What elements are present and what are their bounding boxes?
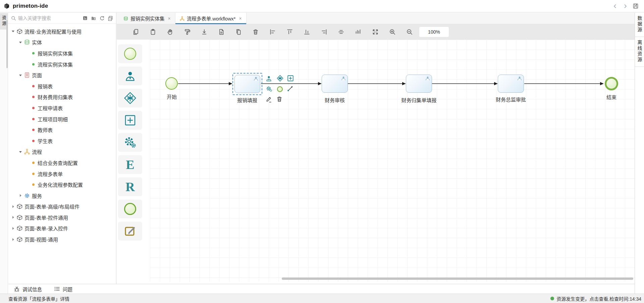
resource-explorer-panel: 流程-业务流程配置与使用 实体 报销实例实体集 流程实例实体集: [8, 13, 116, 284]
node-task[interactable]: [322, 75, 348, 93]
tree-item-module[interactable]: 流程-业务流程配置与使用: [8, 26, 116, 37]
paste-button[interactable]: [150, 29, 156, 35]
status-ok-dot-icon: [550, 297, 554, 300]
chevron-down-icon[interactable]: [19, 150, 22, 154]
pad-service-task-icon[interactable]: [266, 86, 272, 92]
tree-item-leaf[interactable]: 结合业务查询配置: [8, 157, 116, 168]
tree-item-entity-group[interactable]: 实体: [8, 37, 116, 48]
pad-connect-icon[interactable]: [287, 85, 294, 92]
align-right-button[interactable]: [321, 29, 327, 35]
nav-back-icon[interactable]: [612, 3, 618, 9]
align-bottom-button[interactable]: [304, 29, 310, 35]
align-left-button[interactable]: [269, 29, 276, 35]
tree-item-leaf[interactable]: 工程项目明细: [8, 114, 116, 125]
tree-item-service-group[interactable]: 服务: [8, 190, 116, 201]
explorer-search-row: [8, 13, 116, 24]
copy-button[interactable]: [132, 29, 139, 35]
node-task[interactable]: [406, 75, 432, 93]
align-top-button[interactable]: [286, 29, 293, 35]
selection-outline: [232, 73, 262, 95]
delete-button[interactable]: [252, 29, 259, 35]
tree-item-leaf[interactable]: 流程实例实体集: [8, 59, 116, 70]
tree-item-leaf[interactable]: 财务费用归集表: [8, 92, 116, 103]
workflow-canvas[interactable]: E R: [117, 40, 635, 284]
node-label: 开始: [160, 93, 183, 100]
chevron-right-icon[interactable]: [11, 205, 15, 208]
tree-item-module[interactable]: 页面-表单-高级/布局组件: [8, 201, 116, 212]
close-icon[interactable]: ×: [239, 16, 242, 21]
user-task-person-icon: [517, 76, 522, 81]
pad-subprocess-icon[interactable]: [287, 75, 294, 82]
close-icon[interactable]: ×: [168, 16, 171, 21]
tree-item-module[interactable]: 页面-视图-通用: [8, 234, 116, 245]
tree-item-leaf[interactable]: 业务化流程参数配置: [8, 179, 116, 190]
save-icon[interactable]: [633, 3, 639, 9]
pad-end-event-icon[interactable]: [276, 86, 283, 92]
copy-document-button[interactable]: [235, 29, 242, 35]
tab-debug-info[interactable]: 调试信息: [14, 286, 42, 293]
rail-tab-datasource[interactable]: 数据源: [635, 13, 644, 37]
app-title: primeton-ide: [13, 3, 48, 9]
tree-item-label: 服务: [32, 192, 42, 199]
format-paint-button[interactable]: [184, 29, 191, 35]
node-task[interactable]: [498, 75, 524, 93]
chevron-right-icon[interactable]: [11, 238, 15, 241]
tree-item-leaf[interactable]: 流程多表单: [8, 168, 116, 179]
tree-item-label: 学生表: [38, 137, 53, 144]
import-button[interactable]: [201, 29, 208, 35]
status-resource-changed[interactable]: 资源发生变更，点击查看,检查时间:14:34: [550, 295, 641, 302]
resource-tree: 流程-业务流程配置与使用 实体 报销实例实体集 流程实例实体集: [8, 24, 116, 245]
tree-item-leaf[interactable]: 教师表: [8, 124, 116, 135]
chevron-down-icon[interactable]: [19, 74, 22, 77]
document-button[interactable]: [218, 29, 225, 35]
module-cube-icon: [17, 236, 22, 242]
tree-item-label: 页面: [32, 72, 42, 79]
tree-item-page-group[interactable]: 页面: [8, 70, 116, 81]
explorer-scrollbar[interactable]: [6, 20, 8, 68]
zoom-out-button[interactable]: [406, 29, 413, 35]
node-start-event[interactable]: [165, 77, 178, 90]
tab-workflow[interactable]: 流程多表单.workflowx* ×: [175, 13, 247, 24]
tree-item-label: 流程: [32, 148, 42, 155]
tree-item-label: 报销表: [38, 83, 53, 90]
tree-item-module[interactable]: 页面-表单-控件通用: [8, 212, 116, 223]
pan-hand-button[interactable]: [167, 29, 173, 35]
pad-delete-icon[interactable]: [276, 96, 283, 102]
status-left-text: 查看资源「流程多表单」详情: [8, 295, 69, 302]
new-folder-icon[interactable]: [91, 15, 96, 21]
tab-problems[interactable]: 问题: [54, 286, 72, 293]
green-dot-icon: [32, 52, 35, 54]
chevron-right-icon[interactable]: [19, 194, 22, 197]
tree-item-leaf[interactable]: 工程申请表: [8, 102, 116, 114]
tree-item-leaf[interactable]: 报销实例实体集: [8, 48, 116, 59]
zoom-level-input[interactable]: 100%: [419, 27, 449, 37]
align-center-button[interactable]: [338, 29, 344, 35]
import-script-icon[interactable]: [83, 15, 88, 21]
green-dot-icon: [32, 63, 35, 66]
rail-tab-offline-resources[interactable]: 离线资源: [635, 37, 644, 67]
refresh-icon[interactable]: [99, 15, 105, 21]
module-cube-icon: [17, 29, 22, 34]
search-input[interactable]: [18, 15, 80, 21]
tree-item-leaf[interactable]: 学生表: [8, 135, 116, 146]
pad-edit-icon[interactable]: [265, 96, 272, 102]
tree-item-module[interactable]: 页面-表单-录入控件: [8, 223, 116, 234]
node-task-selected[interactable]: [234, 75, 260, 93]
node-end-event[interactable]: [605, 77, 618, 90]
distribute-vertical-button[interactable]: [355, 29, 362, 35]
chevron-down-icon[interactable]: [19, 41, 22, 44]
chevron-right-icon[interactable]: [11, 227, 15, 230]
pad-gateway-icon[interactable]: [277, 75, 283, 82]
tree-item-label: 页面-视图-通用: [24, 236, 58, 243]
chevron-right-icon[interactable]: [11, 216, 15, 219]
tree-item-leaf[interactable]: 报销表: [8, 81, 116, 92]
chevron-down-icon[interactable]: [11, 30, 15, 33]
pad-user-task-icon[interactable]: [265, 75, 272, 82]
tree-item-process-group[interactable]: 流程: [8, 146, 116, 158]
tab-entity-set[interactable]: 报销实例实体集 ×: [119, 13, 175, 24]
zoom-in-button[interactable]: [389, 29, 396, 35]
collapse-all-icon[interactable]: [108, 15, 113, 21]
nav-forward-icon[interactable]: [622, 3, 628, 9]
fit-screen-button[interactable]: [372, 29, 379, 35]
canvas-horizontal-scrollbar[interactable]: [282, 277, 633, 280]
